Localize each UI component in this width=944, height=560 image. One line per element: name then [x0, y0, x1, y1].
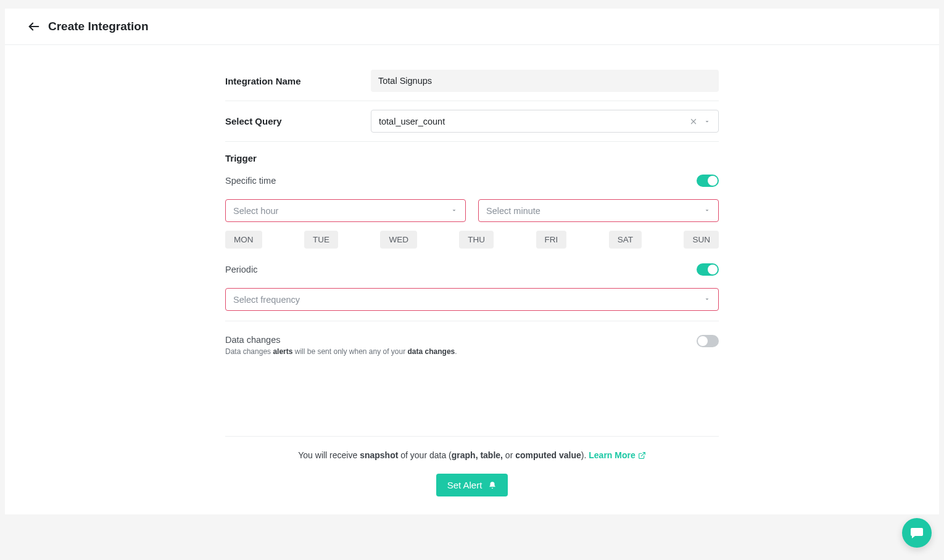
trigger-section-title: Trigger — [225, 142, 719, 171]
select-query-label: Select Query — [225, 116, 371, 126]
footer-note: You will receive snapshot of your data (… — [225, 437, 719, 460]
page-title: Create Integration — [48, 20, 149, 33]
back-arrow-icon[interactable] — [27, 20, 41, 33]
form-area: Integration Name Select Query total_user… — [225, 45, 719, 511]
day-chip-tue[interactable]: TUE — [304, 231, 338, 249]
time-selects: Select hour Select minute — [225, 199, 719, 222]
day-chip-thu[interactable]: THU — [459, 231, 494, 249]
specific-time-label: Specific time — [225, 176, 276, 186]
day-chip-sun[interactable]: SUN — [684, 231, 719, 249]
hour-placeholder: Select hour — [233, 206, 278, 216]
periodic-toggle[interactable] — [697, 263, 719, 276]
learn-more-link[interactable]: Learn More — [589, 450, 645, 460]
day-chip-sat[interactable]: SAT — [609, 231, 642, 249]
data-changes-toggle[interactable] — [697, 335, 719, 347]
integration-name-input[interactable] — [371, 70, 719, 92]
chevron-down-icon — [450, 206, 458, 216]
data-changes-subtitle: Data changes alerts will be sent only wh… — [225, 347, 457, 356]
chevron-down-icon[interactable] — [703, 118, 711, 125]
frequency-placeholder: Select frequency — [233, 295, 300, 305]
data-changes-title: Data changes — [225, 335, 457, 345]
day-chip-wed[interactable]: WED — [380, 231, 417, 249]
day-selector: MON TUE WED THU FRI SAT SUN — [225, 231, 719, 249]
clear-icon[interactable] — [690, 118, 697, 125]
specific-time-row: Specific time — [225, 171, 719, 191]
periodic-label: Periodic — [225, 265, 257, 274]
page-header: Create Integration — [5, 9, 939, 45]
day-chip-mon[interactable]: MON — [225, 231, 262, 249]
chevron-down-icon — [703, 206, 711, 216]
set-alert-button[interactable]: Set Alert — [436, 474, 508, 496]
select-query-value: total_user_count — [379, 117, 445, 126]
select-query-dropdown[interactable]: total_user_count — [371, 110, 719, 133]
minute-dropdown[interactable]: Select minute — [478, 199, 719, 222]
periodic-block: Periodic Select frequency — [225, 260, 719, 321]
integration-name-label: Integration Name — [225, 76, 371, 86]
chevron-down-icon — [703, 295, 711, 305]
data-changes-block: Data changes Data changes alerts will be… — [225, 321, 719, 437]
select-query-row: Select Query total_user_count — [225, 101, 719, 142]
minute-placeholder: Select minute — [486, 206, 540, 216]
frequency-dropdown[interactable]: Select frequency — [225, 288, 719, 311]
bell-icon — [488, 481, 497, 490]
integration-name-row: Integration Name — [225, 61, 719, 101]
day-chip-fri[interactable]: FRI — [536, 231, 567, 249]
specific-time-toggle[interactable] — [697, 175, 719, 187]
hour-dropdown[interactable]: Select hour — [225, 199, 466, 222]
periodic-row: Periodic — [225, 260, 719, 279]
svg-line-3 — [641, 452, 645, 456]
external-link-icon — [638, 451, 646, 459]
page-container: Create Integration Integration Name Sele… — [5, 9, 939, 514]
